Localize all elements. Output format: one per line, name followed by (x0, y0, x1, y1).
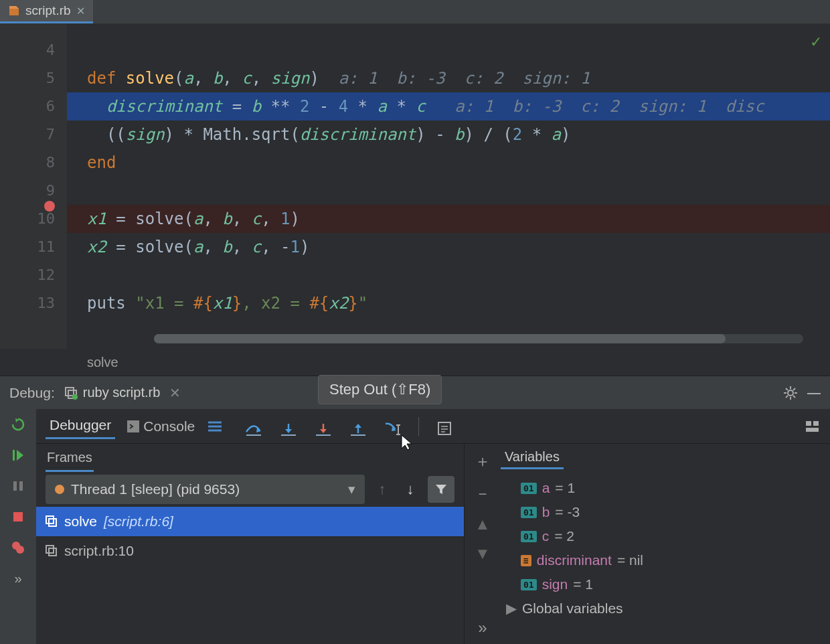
code-line (67, 36, 830, 64)
more-button[interactable]: » (478, 619, 487, 637)
svg-rect-15 (13, 512, 23, 521)
variables-title: Variables (501, 447, 564, 469)
line-number: 8 (0, 149, 67, 177)
remove-watch-button[interactable]: － (475, 483, 491, 504)
svg-rect-12 (13, 450, 15, 461)
close-icon[interactable]: ✕ (169, 385, 181, 401)
tab-debugger[interactable]: Debugger (46, 413, 115, 439)
svg-rect-37 (46, 546, 54, 553)
line-number: 4 (0, 36, 67, 64)
run-config-icon (64, 386, 78, 400)
variables-panel: ＋ － ▲ ▼ » Variables 01a = 1 01b = -3 01c… (465, 444, 830, 644)
minimize-icon[interactable]: — (807, 385, 821, 400)
gear-icon[interactable] (783, 386, 798, 400)
svg-line-11 (793, 388, 795, 390)
code-line (67, 261, 830, 289)
frame-item[interactable]: script.rb:10 (36, 536, 464, 566)
line-number: 13 (0, 289, 67, 317)
prev-frame-button[interactable]: ↑ (371, 481, 393, 498)
move-up-button[interactable]: ▲ (475, 515, 491, 534)
tooltip: Step Out (⇧F8) (318, 375, 442, 404)
frame-item[interactable]: solve [script.rb:6] (36, 507, 464, 536)
add-watch-button[interactable]: ＋ (475, 451, 491, 472)
breadcrumb[interactable]: solve (0, 349, 830, 376)
debug-left-toolbar: » (0, 409, 36, 644)
line-number: 10 (0, 205, 67, 233)
close-icon[interactable]: ✕ (76, 5, 85, 17)
line-number: 11 (0, 233, 67, 261)
svg-rect-0 (66, 388, 74, 396)
resume-button[interactable] (9, 447, 27, 464)
debug-toolbar: Debugger Console (36, 409, 830, 444)
svg-rect-32 (806, 421, 811, 426)
variable-row[interactable]: 01a = 1 (501, 476, 830, 500)
line-number: 9 (0, 177, 67, 205)
line-number: 12 (0, 261, 67, 289)
chevron-down-icon: ▾ (348, 481, 355, 497)
code-line (67, 177, 830, 205)
variable-row[interactable]: ≡discriminant = nil (501, 548, 830, 572)
rerun-button[interactable] (9, 416, 27, 433)
global-variables-row[interactable]: ▶Global variables (501, 596, 830, 621)
svg-rect-36 (49, 519, 56, 526)
step-out-button[interactable] (349, 417, 367, 436)
move-down-button[interactable]: ▼ (475, 544, 491, 563)
svg-point-17 (16, 546, 24, 554)
svg-line-9 (793, 396, 795, 398)
type-badge: 01 (521, 483, 537, 494)
type-badge: 01 (521, 507, 537, 518)
svg-line-8 (786, 388, 788, 390)
file-tab[interactable]: script.rb ✕ (0, 0, 93, 23)
pause-button[interactable] (9, 477, 27, 495)
code-line-breakpoint: x1 = solve(a, b, c, 1) (67, 205, 830, 233)
more-button[interactable]: » (9, 570, 27, 587)
thread-selector[interactable]: Thread 1 [sleep] (pid 9653) ▾ (46, 475, 365, 504)
step-over-button[interactable] (244, 417, 263, 436)
run-config-tab[interactable]: ruby script.rb ✕ (64, 385, 181, 401)
tab-filename: script.rb (25, 3, 71, 18)
svg-rect-13 (13, 481, 17, 491)
filter-button[interactable] (428, 476, 454, 503)
breakpoint-icon[interactable] (44, 201, 55, 212)
evaluate-expression-button[interactable] (435, 417, 454, 436)
variable-row[interactable]: 01c = 2 (501, 524, 830, 548)
code-line: end (67, 149, 830, 177)
view-breakpoints-button[interactable] (9, 539, 27, 556)
threads-icon[interactable] (207, 420, 223, 433)
layout-settings-icon[interactable] (805, 420, 821, 433)
type-badge: ≡ (521, 555, 531, 566)
editor-tabbar: script.rb ✕ (0, 0, 830, 24)
next-frame-button[interactable]: ↓ (400, 481, 421, 498)
force-step-into-button[interactable] (314, 417, 333, 436)
stack-frame-icon (46, 545, 58, 557)
code-line: puts "x1 = #{x1}, x2 = #{x2}" (67, 289, 830, 317)
console-icon (127, 420, 139, 432)
type-badge: 01 (521, 531, 537, 542)
code-editor[interactable]: ✓ 4 5 6 7 8 9 10 11 12 13 def solve(a, b… (0, 24, 830, 349)
svg-line-10 (786, 396, 788, 398)
horizontal-scrollbar[interactable] (154, 334, 803, 343)
code-line-current: discriminant = b ** 2 - 4 * a * c a: 1 b… (67, 92, 830, 120)
svg-rect-38 (49, 548, 56, 556)
thread-status-icon (55, 485, 64, 494)
frames-title: Frames (46, 444, 94, 472)
code-line: x2 = solve(a, b, c, -1) (67, 233, 830, 261)
variable-row[interactable]: 01sign = 1 (501, 572, 830, 596)
svg-rect-34 (806, 428, 819, 432)
run-to-cursor-button[interactable] (384, 417, 402, 436)
code-area[interactable]: def solve(a, b, c, sign) a: 1 b: -3 c: 2… (67, 24, 830, 349)
variables-toolbar: ＋ － ▲ ▼ » (465, 444, 501, 644)
frames-panel: Frames Thread 1 [sleep] (pid 9653) ▾ ↑ ↓… (36, 444, 465, 644)
code-line: def solve(a, b, c, sign) a: 1 b: -3 c: 2… (67, 64, 830, 92)
stack-frame-icon (46, 515, 58, 528)
svg-rect-14 (19, 481, 23, 491)
svg-rect-28 (438, 422, 450, 434)
stop-button[interactable] (9, 508, 27, 526)
debug-toolwindow: » Debugger Console Frames (0, 409, 830, 644)
tab-console[interactable]: Console (123, 414, 199, 438)
svg-rect-33 (813, 421, 819, 426)
gutter: 4 5 6 7 8 9 10 11 12 13 (0, 24, 67, 349)
run-config-label: ruby script.rb (83, 385, 161, 400)
variable-row[interactable]: 01b = -3 (501, 500, 830, 524)
step-into-button[interactable] (279, 417, 298, 436)
